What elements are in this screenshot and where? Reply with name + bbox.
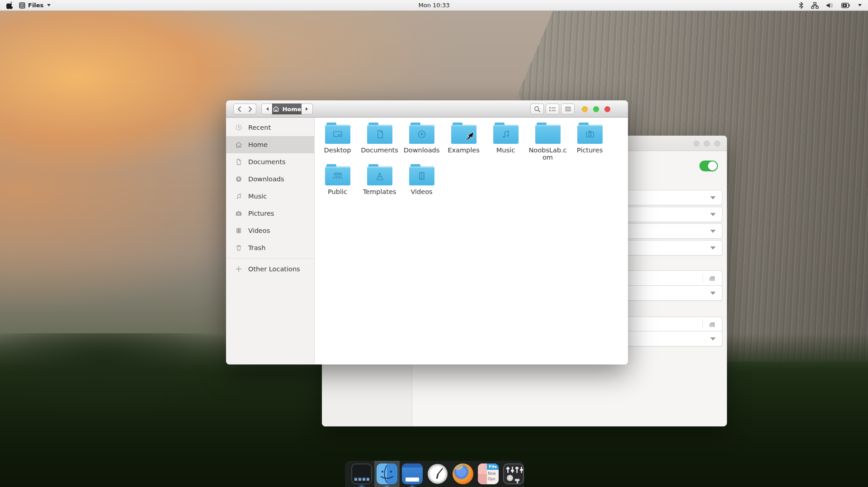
screen-emblem-icon	[332, 130, 343, 139]
folder-name: Public	[318, 188, 357, 195]
finder-icon	[377, 463, 397, 484]
dropdown-caret-icon	[710, 213, 716, 216]
dock-item-clock[interactable]	[427, 463, 448, 487]
document-emblem-icon	[374, 129, 385, 139]
files-app-icon	[19, 2, 25, 9]
files-sidebar: Recent Home Documents Downloads Music Pi…	[226, 118, 315, 364]
dropdown-caret-icon	[710, 196, 716, 199]
document-icon	[235, 158, 242, 165]
desktop: Files Mon 10:33	[0, 0, 868, 487]
apple-menu-icon[interactable]	[6, 2, 13, 9]
desktop-icon	[402, 463, 423, 484]
volume-icon[interactable]	[826, 2, 834, 9]
files-headerbar[interactable]: Home	[226, 100, 628, 118]
sidebar-item-other-locations[interactable]: Other Locations	[226, 260, 314, 278]
sidebar-item-trash[interactable]: Trash	[226, 239, 314, 256]
folder-icon	[367, 125, 392, 144]
network-icon[interactable]	[811, 2, 819, 9]
path-previous-button[interactable]	[261, 104, 273, 114]
tweak-tool-icon	[503, 463, 524, 484]
dock-item-dock-preferences[interactable]	[351, 463, 372, 487]
list-view-button[interactable]	[546, 104, 559, 114]
folder-icon	[493, 125, 519, 144]
folder-name: Templates	[360, 188, 399, 195]
app-menu[interactable]: Files	[19, 2, 51, 9]
sidebar-label: Music	[248, 193, 267, 200]
home-icon	[273, 106, 279, 112]
dock-item-tweak-tool[interactable]	[503, 463, 524, 487]
folder-public[interactable]: Public	[316, 164, 359, 195]
dropdown-caret-icon	[710, 246, 716, 250]
toggle-switch-on[interactable]	[699, 161, 718, 171]
hamburger-menu-button[interactable]	[561, 104, 575, 114]
folder-name: Music	[486, 147, 525, 154]
folder-pictures[interactable]: Pictures	[569, 122, 611, 161]
search-button[interactable]	[530, 104, 544, 114]
files-window: Home Recent Ho	[226, 100, 628, 364]
caret-down-icon[interactable]	[858, 4, 862, 6]
download-emblem-icon	[416, 129, 427, 139]
folder-desktop[interactable]: Desktop	[316, 122, 359, 161]
menu-bar: Files Mon 10:33	[0, 0, 868, 11]
download-icon	[235, 175, 242, 183]
menu-bar-clock[interactable]: Mon 10:33	[418, 2, 449, 9]
folder-videos[interactable]: Videos	[401, 164, 443, 195]
minimize-button[interactable]	[582, 106, 588, 112]
window-dot-icon[interactable]	[714, 141, 720, 147]
film-emblem-icon	[416, 171, 427, 181]
folder-examples[interactable]: Examples	[443, 122, 485, 161]
sidebar-item-pictures[interactable]: Pictures	[226, 205, 314, 222]
app-menu-label: Files	[28, 2, 43, 9]
folder-name: Videos	[402, 188, 441, 195]
folder-icon	[577, 125, 603, 144]
search-icon	[534, 106, 541, 113]
back-button[interactable]	[233, 104, 245, 114]
window-dot-icon[interactable]	[704, 141, 710, 147]
path-home-button[interactable]: Home	[272, 104, 302, 114]
path-next-button[interactable]	[302, 104, 313, 114]
sidebar-item-downloads[interactable]: Downloads	[226, 170, 314, 188]
folder-name: Pictures	[571, 147, 609, 154]
file-button-icon[interactable]	[708, 320, 717, 331]
folder-music[interactable]: Music	[485, 122, 527, 161]
camera-icon	[235, 210, 242, 217]
sidebar-label: Recent	[248, 124, 271, 131]
sidebar-label: Downloads	[248, 175, 284, 183]
sidebar-item-music[interactable]: Music	[226, 188, 314, 205]
folder-templates[interactable]: Templates	[359, 164, 401, 195]
sidebar-label: Pictures	[248, 210, 274, 217]
bluetooth-icon[interactable]	[798, 2, 804, 9]
files-content-area[interactable]: Desktop Documents Downloads Example	[315, 118, 628, 364]
divider	[703, 320, 703, 329]
close-button[interactable]	[604, 106, 610, 112]
dock-item-recent-files[interactable]: File New Ope	[478, 463, 499, 487]
folder-name: Desktop	[318, 147, 357, 154]
folder-icon	[325, 125, 350, 144]
dock-item-firefox[interactable]	[453, 463, 473, 487]
hamburger-menu-icon	[565, 106, 571, 112]
sidebar-item-home[interactable]: Home	[226, 136, 314, 153]
caret-down-icon	[47, 4, 51, 6]
file-button-icon[interactable]	[708, 274, 717, 285]
dock-preferences-icon	[351, 463, 372, 484]
template-emblem-icon	[374, 171, 385, 181]
dock-item-desktop[interactable]	[402, 463, 423, 487]
sidebar-item-videos[interactable]: Videos	[226, 222, 314, 239]
forward-button[interactable]	[245, 104, 256, 114]
battery-icon[interactable]	[841, 3, 850, 8]
toggle-knob	[708, 161, 717, 170]
window-dot-icon[interactable]	[693, 141, 699, 147]
maximize-button[interactable]	[593, 106, 599, 112]
path-current-label: Home	[282, 106, 301, 113]
folder-documents[interactable]: Documents	[359, 122, 401, 161]
dock: File New Ope	[345, 461, 524, 487]
dock-item-finder[interactable]	[377, 463, 397, 487]
camera-emblem-icon	[585, 130, 595, 139]
folder-downloads[interactable]: Downloads	[401, 122, 443, 161]
sidebar-item-recent[interactable]: Recent	[226, 119, 314, 136]
sidebar-separator	[226, 258, 314, 259]
sidebar-label: Documents	[248, 158, 286, 165]
sidebar-item-documents[interactable]: Documents	[226, 153, 314, 170]
music-emblem-icon	[500, 129, 511, 139]
folder-noobslab[interactable]: NoobsLab.com	[527, 122, 569, 161]
